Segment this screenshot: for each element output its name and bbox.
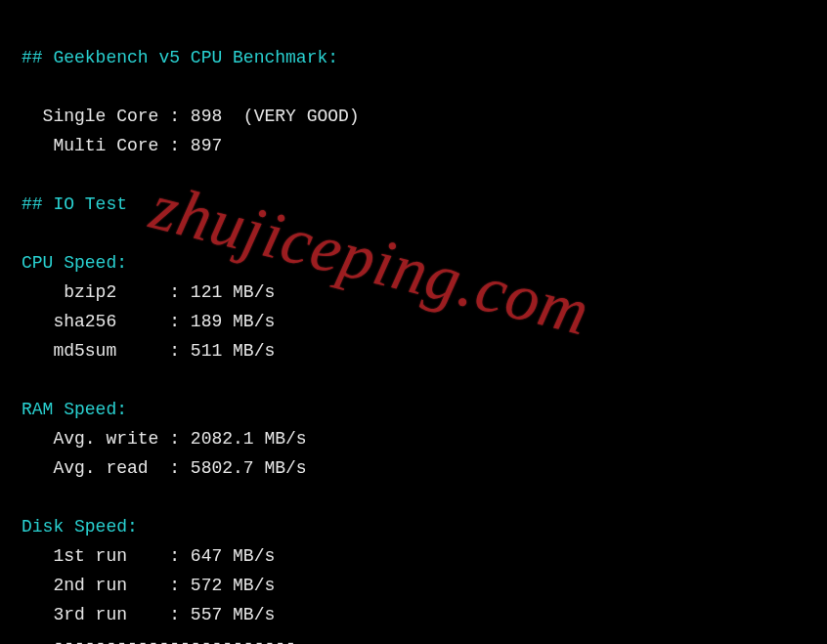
ram-speed-heading: RAM Speed: (22, 400, 127, 419)
multi-core-value: 897 (191, 136, 222, 155)
ram-write-label: Avg. write : (22, 429, 191, 449)
single-core-note: (VERY GOOD) (222, 107, 359, 126)
disk-run2-label: 2nd run : (22, 576, 191, 595)
sha256-value: 189 MB/s (191, 312, 275, 331)
disk-run3-value: 557 MB/s (191, 605, 275, 624)
ram-read-value: 5802.7 MB/s (191, 458, 307, 478)
single-core-value: 898 (191, 107, 222, 126)
bzip2-value: 121 MB/s (191, 282, 275, 302)
ram-write-value: 2082.1 MB/s (191, 429, 307, 449)
sha256-label: sha256 : (22, 312, 191, 331)
md5sum-value: 511 MB/s (191, 341, 275, 361)
cpu-speed-heading: CPU Speed: (22, 253, 127, 273)
watermark-text: zhujiceping.com (150, 191, 591, 327)
disk-separator: ----------------------- (22, 634, 296, 644)
disk-run2-value: 572 MB/s (191, 576, 275, 595)
multi-core-label: Multi Core : (22, 136, 191, 155)
md5sum-label: md5sum : (22, 341, 191, 361)
terminal-output: ## Geekbench v5 CPU Benchmark: Single Co… (0, 0, 827, 644)
disk-run1-value: 647 MB/s (191, 546, 275, 566)
disk-speed-heading: Disk Speed: (22, 517, 138, 537)
disk-run1-label: 1st run : (22, 546, 191, 566)
io-test-heading: ## IO Test (22, 194, 127, 214)
geekbench-heading: ## Geekbench v5 CPU Benchmark: (22, 48, 338, 67)
ram-read-label: Avg. read : (22, 458, 191, 478)
single-core-label: Single Core : (22, 107, 191, 126)
bzip2-label: bzip2 : (22, 282, 191, 302)
disk-run3-label: 3rd run : (22, 605, 191, 624)
